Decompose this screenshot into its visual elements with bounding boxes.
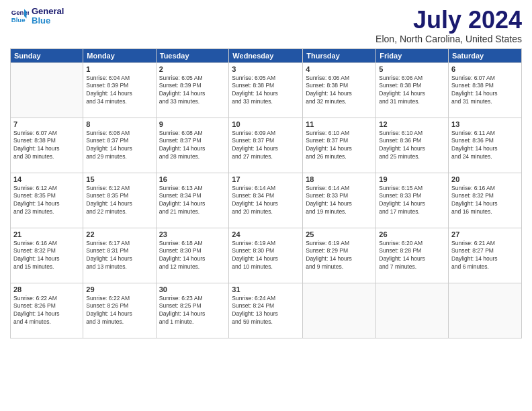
calendar-cell: 9Sunrise: 6:08 AM Sunset: 8:37 PM Daylig… <box>156 118 229 173</box>
calendar-cell <box>11 62 83 118</box>
day-number: 29 <box>86 285 152 293</box>
day-number: 22 <box>86 230 152 238</box>
day-number: 11 <box>306 120 373 128</box>
day-info: Sunrise: 6:07 AM Sunset: 8:38 PM Dayligh… <box>451 75 519 107</box>
header-monday: Monday <box>83 48 156 62</box>
day-info: Sunrise: 6:10 AM Sunset: 8:37 PM Dayligh… <box>306 130 373 162</box>
day-info: Sunrise: 6:12 AM Sunset: 8:35 PM Dayligh… <box>86 185 152 217</box>
day-info: Sunrise: 6:09 AM Sunset: 8:37 PM Dayligh… <box>232 130 300 162</box>
day-info: Sunrise: 6:13 AM Sunset: 8:34 PM Dayligh… <box>159 185 226 217</box>
day-info: Sunrise: 6:06 AM Sunset: 8:38 PM Dayligh… <box>379 75 445 107</box>
calendar-cell: 31Sunrise: 6:24 AM Sunset: 8:24 PM Dayli… <box>229 283 303 338</box>
calendar-cell: 23Sunrise: 6:18 AM Sunset: 8:30 PM Dayli… <box>156 228 229 283</box>
calendar-cell: 12Sunrise: 6:10 AM Sunset: 8:36 PM Dayli… <box>376 118 449 173</box>
calendar-cell: 15Sunrise: 6:12 AM Sunset: 8:35 PM Dayli… <box>83 173 156 228</box>
day-number: 13 <box>451 120 519 128</box>
day-info: Sunrise: 6:17 AM Sunset: 8:31 PM Dayligh… <box>86 240 152 272</box>
day-info: Sunrise: 6:19 AM Sunset: 8:29 PM Dayligh… <box>306 240 373 272</box>
day-info: Sunrise: 6:05 AM Sunset: 8:38 PM Dayligh… <box>232 75 300 107</box>
calendar-cell: 6Sunrise: 6:07 AM Sunset: 8:38 PM Daylig… <box>449 62 522 118</box>
day-number: 9 <box>159 120 226 128</box>
day-info: Sunrise: 6:18 AM Sunset: 8:30 PM Dayligh… <box>159 240 226 272</box>
day-number: 24 <box>232 230 300 238</box>
day-number: 2 <box>159 65 226 73</box>
day-number: 31 <box>232 285 300 293</box>
day-number: 21 <box>13 230 80 238</box>
day-number: 30 <box>159 285 226 293</box>
calendar-cell: 7Sunrise: 6:07 AM Sunset: 8:38 PM Daylig… <box>11 118 83 173</box>
header: General Blue General Blue July 2024 Elon… <box>10 7 522 44</box>
day-info: Sunrise: 6:11 AM Sunset: 8:36 PM Dayligh… <box>451 130 519 162</box>
week-row-2: 7Sunrise: 6:07 AM Sunset: 8:38 PM Daylig… <box>11 118 522 173</box>
calendar-cell: 16Sunrise: 6:13 AM Sunset: 8:34 PM Dayli… <box>156 173 229 228</box>
calendar-header-row: SundayMondayTuesdayWednesdayThursdayFrid… <box>11 48 522 62</box>
calendar-cell: 28Sunrise: 6:22 AM Sunset: 8:26 PM Dayli… <box>11 283 83 338</box>
day-info: Sunrise: 6:06 AM Sunset: 8:38 PM Dayligh… <box>306 75 373 107</box>
calendar-cell: 14Sunrise: 6:12 AM Sunset: 8:35 PM Dayli… <box>11 173 83 228</box>
logo-icon: General Blue <box>10 7 29 26</box>
calendar-cell: 8Sunrise: 6:08 AM Sunset: 8:37 PM Daylig… <box>83 118 156 173</box>
page: General Blue General Blue July 2024 Elon… <box>0 0 532 411</box>
calendar-cell: 13Sunrise: 6:11 AM Sunset: 8:36 PM Dayli… <box>449 118 522 173</box>
day-info: Sunrise: 6:07 AM Sunset: 8:38 PM Dayligh… <box>13 130 80 162</box>
logo: General Blue General Blue <box>10 7 64 26</box>
day-number: 4 <box>306 65 373 73</box>
calendar-cell: 4Sunrise: 6:06 AM Sunset: 8:38 PM Daylig… <box>303 62 376 118</box>
day-number: 6 <box>451 65 519 73</box>
day-number: 5 <box>379 65 445 73</box>
calendar-cell: 27Sunrise: 6:21 AM Sunset: 8:27 PM Dayli… <box>449 228 522 283</box>
day-number: 27 <box>451 230 519 238</box>
day-number: 14 <box>13 175 80 183</box>
header-thursday: Thursday <box>303 48 376 62</box>
calendar-cell: 3Sunrise: 6:05 AM Sunset: 8:38 PM Daylig… <box>229 62 303 118</box>
month-title: July 2024 <box>375 7 522 34</box>
day-number: 18 <box>306 175 373 183</box>
svg-text:Blue: Blue <box>11 16 26 24</box>
day-info: Sunrise: 6:16 AM Sunset: 8:32 PM Dayligh… <box>13 240 80 272</box>
calendar-cell: 26Sunrise: 6:20 AM Sunset: 8:28 PM Dayli… <box>376 228 449 283</box>
calendar-cell: 1Sunrise: 6:04 AM Sunset: 8:39 PM Daylig… <box>83 62 156 118</box>
calendar-cell: 17Sunrise: 6:14 AM Sunset: 8:34 PM Dayli… <box>229 173 303 228</box>
day-info: Sunrise: 6:14 AM Sunset: 8:34 PM Dayligh… <box>232 185 300 217</box>
day-number: 15 <box>86 175 152 183</box>
day-number: 7 <box>13 120 80 128</box>
header-tuesday: Tuesday <box>156 48 229 62</box>
title-block: July 2024 Elon, North Carolina, United S… <box>375 7 522 44</box>
logo-blue: Blue <box>32 16 64 26</box>
day-number: 26 <box>379 230 445 238</box>
day-info: Sunrise: 6:23 AM Sunset: 8:25 PM Dayligh… <box>159 295 226 327</box>
day-info: Sunrise: 6:08 AM Sunset: 8:37 PM Dayligh… <box>86 130 152 162</box>
day-info: Sunrise: 6:24 AM Sunset: 8:24 PM Dayligh… <box>232 295 300 327</box>
calendar-cell: 20Sunrise: 6:16 AM Sunset: 8:32 PM Dayli… <box>449 173 522 228</box>
calendar-cell: 22Sunrise: 6:17 AM Sunset: 8:31 PM Dayli… <box>83 228 156 283</box>
day-info: Sunrise: 6:04 AM Sunset: 8:39 PM Dayligh… <box>86 75 152 107</box>
week-row-3: 14Sunrise: 6:12 AM Sunset: 8:35 PM Dayli… <box>11 173 522 228</box>
calendar-cell: 5Sunrise: 6:06 AM Sunset: 8:38 PM Daylig… <box>376 62 449 118</box>
calendar-cell: 30Sunrise: 6:23 AM Sunset: 8:25 PM Dayli… <box>156 283 229 338</box>
header-wednesday: Wednesday <box>229 48 303 62</box>
header-saturday: Saturday <box>449 48 522 62</box>
day-number: 19 <box>379 175 445 183</box>
day-number: 3 <box>232 65 300 73</box>
calendar-cell: 25Sunrise: 6:19 AM Sunset: 8:29 PM Dayli… <box>303 228 376 283</box>
calendar-cell: 24Sunrise: 6:19 AM Sunset: 8:30 PM Dayli… <box>229 228 303 283</box>
header-friday: Friday <box>376 48 449 62</box>
day-info: Sunrise: 6:22 AM Sunset: 8:26 PM Dayligh… <box>13 295 80 327</box>
calendar-cell: 2Sunrise: 6:05 AM Sunset: 8:39 PM Daylig… <box>156 62 229 118</box>
day-number: 8 <box>86 120 152 128</box>
week-row-5: 28Sunrise: 6:22 AM Sunset: 8:26 PM Dayli… <box>11 283 522 338</box>
day-info: Sunrise: 6:16 AM Sunset: 8:32 PM Dayligh… <box>451 185 519 217</box>
week-row-1: 1Sunrise: 6:04 AM Sunset: 8:39 PM Daylig… <box>11 62 522 118</box>
calendar-cell: 18Sunrise: 6:14 AM Sunset: 8:33 PM Dayli… <box>303 173 376 228</box>
calendar-cell: 11Sunrise: 6:10 AM Sunset: 8:37 PM Dayli… <box>303 118 376 173</box>
day-number: 20 <box>451 175 519 183</box>
day-number: 28 <box>13 285 80 293</box>
calendar-cell: 19Sunrise: 6:15 AM Sunset: 8:33 PM Dayli… <box>376 173 449 228</box>
day-info: Sunrise: 6:08 AM Sunset: 8:37 PM Dayligh… <box>159 130 226 162</box>
logo-general: General <box>32 7 64 16</box>
header-sunday: Sunday <box>11 48 83 62</box>
day-number: 1 <box>86 65 152 73</box>
week-row-4: 21Sunrise: 6:16 AM Sunset: 8:32 PM Dayli… <box>11 228 522 283</box>
day-number: 23 <box>159 230 226 238</box>
calendar-cell <box>303 283 376 338</box>
